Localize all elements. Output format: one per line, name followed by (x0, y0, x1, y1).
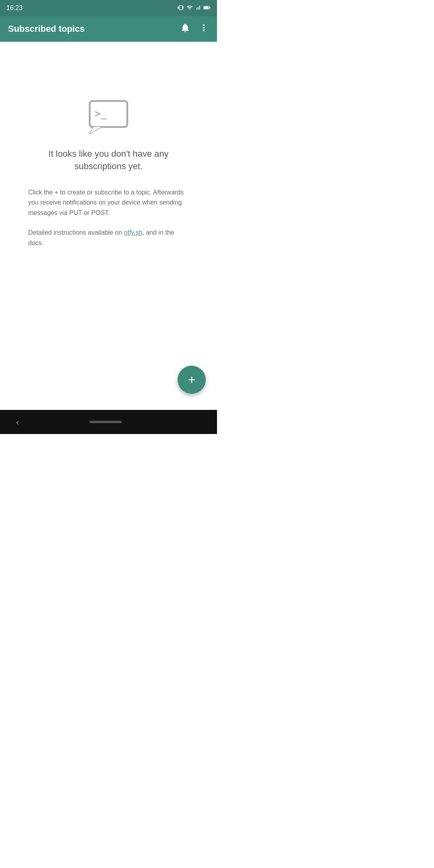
bottom-bar: ‹ (0, 410, 217, 434)
add-icon: + (188, 373, 196, 386)
terminal-icon-wrapper: >_ (86, 98, 131, 136)
status-bar: 16:23 (0, 0, 217, 16)
link-prefix: Detailed instructions available on (28, 229, 124, 236)
status-icons (178, 4, 211, 12)
empty-state-title: It looks like you don't have any subscri… (40, 148, 177, 173)
main-content: >_ It looks like you don't have any subs… (0, 42, 217, 410)
svg-rect-1 (204, 6, 209, 8)
battery-icon (203, 5, 211, 12)
empty-state-description: Click the + to create or subscribe to a … (28, 187, 189, 218)
more-options-icon[interactable] (199, 23, 209, 35)
ntfy-link[interactable]: ntfy.sh (124, 229, 142, 236)
home-indicator[interactable] (90, 421, 122, 423)
vibrate-icon (178, 4, 184, 12)
page-title: Subscribed topics (8, 24, 85, 34)
status-time: 16:23 (6, 4, 23, 12)
add-topic-fab[interactable]: + (178, 366, 206, 394)
signal-icon (195, 5, 201, 12)
empty-state-link-text: Detailed instructions available on ntfy.… (28, 227, 189, 248)
app-bar-actions (180, 23, 209, 35)
svg-text:>_: >_ (95, 108, 107, 119)
empty-state: >_ It looks like you don't have any subs… (28, 98, 189, 248)
notification-icon[interactable] (180, 23, 190, 35)
app-bar: Subscribed topics (0, 16, 217, 42)
terminal-icon: >_ (86, 98, 131, 134)
svg-rect-2 (209, 7, 210, 8)
back-button[interactable]: ‹ (16, 418, 19, 427)
fab-container: + (178, 366, 206, 394)
wifi-icon (186, 4, 193, 12)
